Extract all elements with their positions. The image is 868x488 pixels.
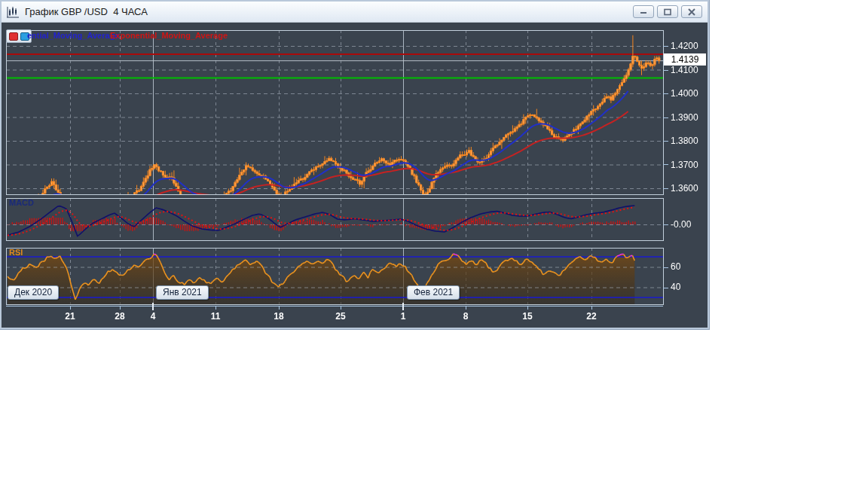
close-icon <box>687 8 696 16</box>
date-box: Фев 2021 <box>407 285 460 300</box>
red-indicator-button[interactable] <box>9 32 18 41</box>
x-axis-label: 1 <box>393 311 414 322</box>
x-axis-label: 18 <box>268 311 289 322</box>
chart-area: ential_Moving_Average Exponential_Moving… <box>2 23 708 327</box>
restore-button[interactable] <box>657 5 678 18</box>
date-box: Янв 2021 <box>156 285 209 300</box>
minimize-icon <box>639 8 648 15</box>
x-axis-label: 28 <box>109 311 130 322</box>
minimize-button[interactable] <box>633 5 654 18</box>
window-controls <box>633 5 702 18</box>
price-axis-label: 1.3800 <box>671 136 698 146</box>
title-bar[interactable]: График GBP /USD 4 ЧАСА <box>2 2 708 23</box>
x-axis-label: 11 <box>205 311 226 322</box>
legend-ema-fast-label: ential_Moving_Average <box>27 31 119 40</box>
restore-icon <box>663 8 672 16</box>
chart-canvas[interactable] <box>2 23 708 327</box>
price-axis-label: 1.4200 <box>671 41 698 51</box>
current-price-label: 1.4139 <box>664 53 706 66</box>
x-axis-label: 25 <box>330 311 351 322</box>
price-axis-label: 1.4100 <box>671 65 698 75</box>
rsi-axis-label: 40 <box>671 282 680 292</box>
macd-panel-label: MACD <box>9 198 34 207</box>
price-axis-label: 1.3900 <box>671 112 698 123</box>
x-axis-label: 15 <box>517 311 538 322</box>
date-box: Дек 2020 <box>8 285 59 300</box>
rsi-panel-label: RSI <box>9 248 23 257</box>
price-axis-label: 1.4000 <box>671 88 698 99</box>
close-button[interactable] <box>681 5 702 18</box>
price-axis-label: 1.3700 <box>671 160 698 170</box>
chart-icon <box>6 6 20 18</box>
chart-window: График GBP /USD 4 ЧАСА ential_Moving_Ave… <box>0 0 709 329</box>
window-title: График GBP /USD 4 ЧАСА <box>25 6 148 17</box>
x-axis-label: 21 <box>60 311 81 322</box>
price-axis-label: 1.3600 <box>671 183 698 194</box>
x-axis-label: 22 <box>581 311 602 322</box>
rsi-axis-label: 60 <box>671 261 680 272</box>
legend-ema-slow-label: Exponential_Moving_Average <box>110 31 228 40</box>
macd-axis-label: -0.00 <box>671 219 691 230</box>
x-axis-label: 4 <box>142 311 164 322</box>
x-axis-label: 8 <box>455 311 476 322</box>
